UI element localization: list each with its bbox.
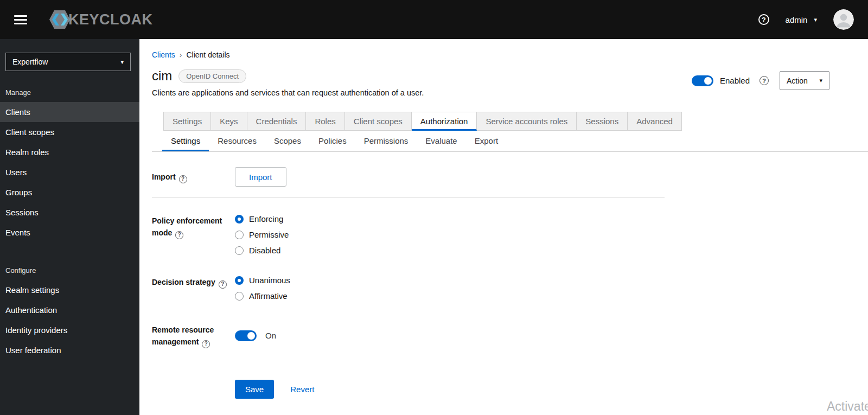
action-dropdown[interactable]: Action ▾ — [780, 71, 829, 90]
policy-enforcement-mode-label: Policy enforcement mode? — [152, 211, 235, 255]
sidebar-item-client-scopes[interactable]: Client scopes — [0, 122, 139, 142]
sidebar-item-events[interactable]: Events — [0, 222, 139, 242]
sidebar-item-users[interactable]: Users — [0, 162, 139, 182]
tab-service-accounts-roles[interactable]: Service accounts roles — [477, 112, 577, 131]
policy-enforcement-mode-options: Enforcing Permissive Disabled — [235, 211, 289, 255]
chevron-down-icon: ▾ — [120, 59, 124, 66]
save-button[interactable]: Save — [235, 380, 274, 399]
tab-advanced[interactable]: Advanced — [628, 112, 682, 131]
help-icon[interactable]: ? — [758, 14, 769, 25]
sidebar: Expertflow ▾ Manage Clients Client scope… — [0, 39, 139, 415]
subtab-policies[interactable]: Policies — [310, 131, 355, 151]
realm-selector[interactable]: Expertflow ▾ — [5, 53, 131, 71]
tab-credentials[interactable]: Credentials — [247, 112, 307, 131]
remote-resource-management-control: On — [235, 320, 276, 348]
keycloak-logo: KEYCLOAK — [48, 8, 153, 31]
help-icon[interactable]: ? — [179, 175, 187, 183]
radio-option-disabled: Disabled — [235, 246, 289, 255]
subtab-permissions[interactable]: Permissions — [355, 131, 417, 151]
sidebar-item-realm-roles[interactable]: Realm roles — [0, 142, 139, 162]
main-tabs: Settings Keys Credentials Roles Client s… — [163, 112, 868, 131]
breadcrumb-separator-icon: › — [180, 50, 182, 59]
tab-settings[interactable]: Settings — [163, 112, 211, 131]
policy-enforcement-mode-label-text: Policy enforcement mode — [152, 216, 222, 237]
radio-permissive[interactable] — [235, 231, 244, 239]
import-label: Import? — [152, 167, 235, 187]
subtab-scopes[interactable]: Scopes — [265, 131, 310, 151]
tab-authorization[interactable]: Authorization — [412, 112, 477, 131]
remote-resource-management-state: On — [265, 331, 276, 340]
radio-option-unanimous: Unanimous — [235, 276, 290, 285]
remote-resource-management-toggle[interactable] — [235, 330, 257, 341]
subtab-export[interactable]: Export — [466, 131, 507, 151]
tab-keys[interactable]: Keys — [211, 112, 247, 131]
remote-resource-management-label: Remote resource management? — [152, 320, 235, 348]
help-icon[interactable]: ? — [219, 280, 227, 289]
sidebar-item-user-federation[interactable]: User federation — [0, 340, 139, 360]
policy-enforcement-mode-row: Policy enforcement mode? Enforcing Permi… — [152, 211, 665, 255]
header-controls: Enabled ? Action ▾ — [692, 71, 829, 90]
radio-enforcing[interactable] — [235, 215, 244, 224]
radio-enforcing-label: Enforcing — [249, 214, 283, 224]
nav-section-configure: Configure — [0, 257, 139, 280]
protocol-badge: OpenID Connect — [178, 69, 246, 83]
import-row: Import? Import — [152, 167, 665, 187]
enabled-toggle[interactable] — [692, 75, 713, 86]
watermark-line1: Activate Windows — [827, 399, 868, 415]
breadcrumb-clients-link[interactable]: Clients — [152, 50, 175, 59]
subtab-resources[interactable]: Resources — [209, 131, 265, 151]
subtab-evaluate[interactable]: Evaluate — [417, 131, 465, 151]
divider — [152, 197, 665, 197]
radio-option-enforcing: Enforcing — [235, 214, 289, 224]
revert-link[interactable]: Revert — [290, 385, 314, 394]
avatar[interactable] — [833, 9, 854, 30]
radio-permissive-label: Permissive — [249, 230, 289, 239]
help-icon[interactable]: ? — [760, 76, 769, 85]
radio-disabled-label: Disabled — [249, 246, 280, 255]
form-actions: Save Revert — [235, 380, 665, 399]
tab-sessions[interactable]: Sessions — [577, 112, 628, 131]
import-control: Import — [235, 167, 286, 187]
radio-affirmative-label: Affirmative — [249, 291, 288, 301]
username: admin — [786, 15, 808, 24]
sidebar-item-clients[interactable]: Clients — [0, 102, 139, 122]
subtab-settings[interactable]: Settings — [162, 131, 209, 151]
radio-option-permissive: Permissive — [235, 230, 289, 239]
breadcrumb: Clients › Client details — [139, 39, 868, 59]
user-menu[interactable]: admin ▾ — [786, 15, 817, 24]
sidebar-item-sessions[interactable]: Sessions — [0, 202, 139, 222]
tab-client-scopes[interactable]: Client scopes — [345, 112, 412, 131]
radio-affirmative[interactable] — [235, 292, 244, 301]
radio-unanimous-label: Unanimous — [249, 276, 290, 285]
radio-disabled[interactable] — [235, 246, 244, 255]
radio-option-affirmative: Affirmative — [235, 291, 290, 301]
realm-name: Expertflow — [12, 58, 48, 66]
help-icon[interactable]: ? — [202, 340, 210, 348]
masthead: KEYCLOAK ? admin ▾ — [0, 0, 868, 39]
nav-section-manage: Manage — [0, 79, 139, 102]
masthead-right: ? admin ▾ — [758, 9, 854, 30]
nav-section-gap — [0, 242, 139, 257]
tab-roles[interactable]: Roles — [306, 112, 344, 131]
sidebar-item-groups[interactable]: Groups — [0, 182, 139, 202]
import-button[interactable]: Import — [235, 167, 286, 187]
sidebar-item-realm-settings[interactable]: Realm settings — [0, 280, 139, 300]
help-icon[interactable]: ? — [175, 231, 183, 239]
chevron-down-icon: ▾ — [814, 16, 817, 23]
action-label: Action — [787, 76, 808, 85]
hamburger-menu-icon[interactable] — [14, 15, 27, 24]
sidebar-item-authentication[interactable]: Authentication — [0, 300, 139, 320]
decision-strategy-label: Decision strategy? — [152, 272, 235, 301]
decision-strategy-row: Decision strategy? Unanimous Affirmative — [152, 272, 665, 301]
decision-strategy-options: Unanimous Affirmative — [235, 272, 290, 301]
main-content: Clients › Client details cim OpenID Conn… — [139, 39, 868, 415]
remote-resource-management-row: Remote resource management? On — [152, 320, 665, 348]
chevron-down-icon: ▾ — [819, 77, 822, 84]
radio-unanimous[interactable] — [235, 276, 244, 285]
page-title: cim — [152, 68, 172, 84]
sidebar-item-identity-providers[interactable]: Identity providers — [0, 320, 139, 340]
import-label-text: Import — [152, 173, 176, 181]
brand-text: KEYCLOAK — [68, 11, 153, 28]
authorization-settings-form: Import? Import Policy enforcement mode? … — [152, 167, 665, 399]
enabled-label: Enabled — [720, 76, 750, 85]
